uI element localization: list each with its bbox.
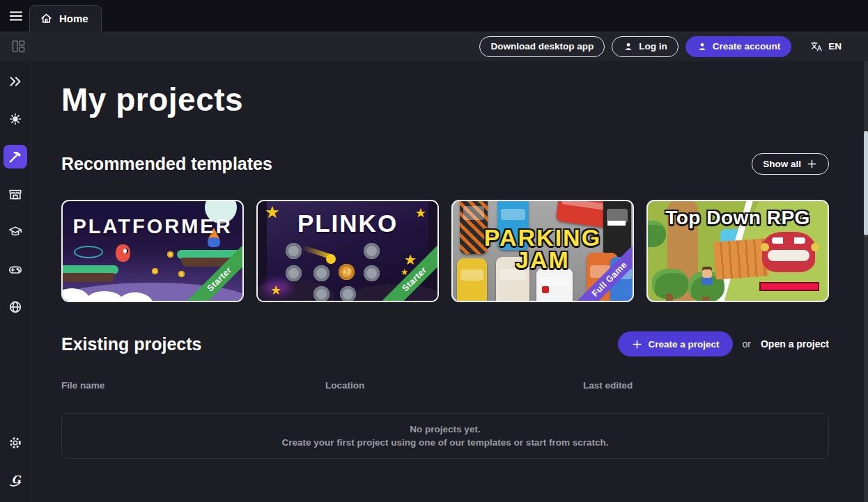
ball-art xyxy=(326,254,336,264)
create-account-button[interactable]: Create account xyxy=(685,36,792,57)
flame-enemy-art xyxy=(208,237,220,247)
or-text: or xyxy=(741,338,752,350)
template-card-plinko[interactable]: +2 ★ ★ ★ ★ ★ ★ PLINKO Starter xyxy=(256,200,439,302)
coin-art xyxy=(178,271,185,277)
peg-art xyxy=(286,265,302,281)
tree-art xyxy=(702,297,709,302)
boss-monster-art xyxy=(762,232,815,272)
player-character-art xyxy=(116,244,130,262)
build-pickaxe-icon[interactable] xyxy=(3,145,27,168)
projects-table-header: File name Location Last edited xyxy=(61,380,829,391)
person-icon xyxy=(623,41,634,52)
template-cards-row: PLATFORMER Starter +2 xyxy=(61,200,829,302)
gdevelop-app: Home Download desktop app Log in xyxy=(0,0,868,502)
page-title: My projects xyxy=(61,81,829,118)
scrollbar-thumb[interactable] xyxy=(864,131,868,235)
character-art xyxy=(702,278,713,285)
peg-art xyxy=(340,286,356,302)
ambulance-art xyxy=(536,268,573,302)
column-file-name: File name xyxy=(61,380,325,391)
create-project-label: Create a project xyxy=(648,339,719,350)
card-title: PLATFORMER xyxy=(63,215,242,238)
health-bar-art xyxy=(759,282,819,291)
empty-subtitle: Create your first project using one of o… xyxy=(282,437,609,448)
login-button-label: Log in xyxy=(639,41,667,52)
toolbar: Download desktop app Log in Create accou… xyxy=(0,31,868,61)
create-project-button[interactable]: Create a project xyxy=(618,331,732,356)
coin-art xyxy=(167,251,173,258)
character-art xyxy=(702,269,712,278)
card-title: Top Down RPG xyxy=(648,207,828,229)
open-project-button[interactable]: Open a project xyxy=(761,338,829,350)
boss-monster-art xyxy=(761,243,769,251)
template-card-parking-jam[interactable]: PARKING JAM Full Game xyxy=(451,200,634,302)
hamburger-menu-icon[interactable] xyxy=(4,4,28,28)
plus-icon xyxy=(631,338,643,350)
tab-bar: Home xyxy=(0,0,868,31)
existing-projects-heading: Existing projects xyxy=(61,334,610,354)
peg-art xyxy=(313,265,330,281)
column-last-edited: Last edited xyxy=(583,380,829,391)
coin-art xyxy=(152,268,158,274)
eye-art xyxy=(74,246,103,258)
community-globe-icon[interactable] xyxy=(3,295,27,319)
plus-icon xyxy=(806,158,818,170)
settings-gear-icon[interactable] xyxy=(3,431,27,455)
language-label: EN xyxy=(828,41,842,52)
tab-home-label: Home xyxy=(59,13,88,24)
card-title: PLINKO xyxy=(258,210,437,237)
sidebar: G xyxy=(0,61,31,502)
home-icon xyxy=(40,12,53,25)
peg-art xyxy=(313,286,330,302)
shop-storefront-icon[interactable] xyxy=(3,182,27,206)
platform-art xyxy=(61,265,118,274)
template-card-top-down-rpg[interactable]: Top Down RPG xyxy=(646,200,829,302)
bonus-peg-art: +2 xyxy=(339,264,355,280)
create-account-button-label: Create account xyxy=(713,41,781,52)
main-content: My projects Recommended templates Show a… xyxy=(31,61,868,502)
language-selector[interactable]: EN xyxy=(809,40,842,54)
template-card-platformer[interactable]: PLATFORMER Starter xyxy=(61,200,244,302)
gdevelop-logo-icon[interactable]: G xyxy=(3,469,27,492)
empty-projects-placeholder: No projects yet. Create your first proje… xyxy=(61,413,829,459)
peg-art xyxy=(364,243,380,259)
translate-icon xyxy=(809,40,823,54)
play-gamepad-icon[interactable] xyxy=(3,258,27,281)
column-location: Location xyxy=(325,380,583,391)
peg-art xyxy=(286,243,302,259)
learn-graduation-cap-icon[interactable] xyxy=(3,220,27,244)
svg-text:G: G xyxy=(12,473,22,486)
download-desktop-app-button[interactable]: Download desktop app xyxy=(479,36,605,57)
star-icon: ★ xyxy=(270,284,281,297)
show-all-label: Show all xyxy=(763,159,801,169)
card-title-line2: JAM xyxy=(453,249,633,271)
tree-art xyxy=(666,294,673,302)
templates-heading: Recommended templates xyxy=(61,154,272,174)
card-title: PARKING JAM xyxy=(453,226,633,272)
tab-home[interactable]: Home xyxy=(29,5,102,31)
download-button-label: Download desktop app xyxy=(490,41,594,52)
card-title-line1: PARKING xyxy=(453,226,633,249)
show-all-button[interactable]: Show all xyxy=(752,153,829,175)
empty-title: No projects yet. xyxy=(410,424,480,434)
scrollbar-track[interactable] xyxy=(864,61,868,502)
login-button[interactable]: Log in xyxy=(612,36,679,57)
expand-sidebar-icon[interactable] xyxy=(3,70,27,93)
peg-art xyxy=(364,265,380,281)
get-started-sun-icon[interactable] xyxy=(3,107,27,131)
person-icon xyxy=(697,41,708,52)
star-icon: ★ xyxy=(404,253,417,267)
panel-layout-icon[interactable] xyxy=(6,35,30,58)
boss-monster-art xyxy=(811,243,819,251)
